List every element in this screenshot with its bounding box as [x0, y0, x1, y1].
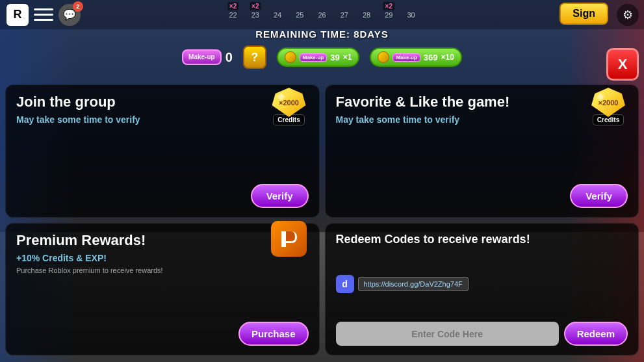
credits-amount-2: ×2000 — [599, 99, 619, 107]
coin-icon-2 — [378, 51, 389, 63]
gear-icon: ⚙ — [623, 8, 633, 22]
redeem-button[interactable]: Redeem — [564, 322, 628, 346]
counter-pill-1: Make-up 39 ×1 — [277, 47, 360, 67]
pill-mult-2: ×10 — [441, 53, 454, 62]
favorite-credits-icon: ×2000 Credits — [586, 79, 630, 125]
premium-subtitle: +10% Credits & EXP! — [16, 252, 309, 264]
premium-p-svg — [278, 228, 300, 250]
redeem-title: Redeem Codes to receive rewards! — [336, 233, 628, 246]
redeem-codes-panel: Redeem Codes to receive rewards! d https… — [325, 223, 639, 356]
chat-button[interactable]: 💬 2 — [58, 4, 81, 26]
join-credits-icon: ×2000 Credits — [267, 79, 311, 125]
join-group-title: Join the group — [16, 94, 309, 110]
premium-rewards-panel: Premium Rewards! +10% Credits & EXP! Pur… — [5, 223, 320, 356]
roblox-logo: R — [6, 4, 29, 26]
close-x-button[interactable]: X — [606, 48, 639, 81]
pill-mult-1: ×1 — [343, 53, 352, 62]
prog-num-30: 30 — [407, 11, 415, 19]
premium-icon — [267, 217, 311, 261]
join-group-text-area: Join the group May take some time to ver… — [16, 94, 309, 125]
redeem-input-row: Redeem — [336, 322, 628, 346]
counter-pill-2: Make-up 369 ×10 — [370, 47, 462, 67]
discord-link-row: d https://discord.gg/DaV2Zhg74F — [336, 275, 628, 293]
hamburger-line — [34, 19, 53, 21]
question-button[interactable]: ? — [243, 45, 266, 69]
makeup-mini-2: Make-up — [393, 53, 420, 62]
makeup-counter-item: Make-up 0 — [182, 49, 233, 65]
pill-value-2: 369 — [424, 53, 438, 62]
hamburger-button[interactable] — [34, 5, 53, 25]
progress-area: 22 23 24 25 26 27 28 29 30 — [104, 0, 540, 29]
favorite-like-panel: ×2000 Credits Favorite & Like the game! … — [325, 84, 639, 218]
remaining-time-label: REMAINING TIME: 8DAYS — [0, 29, 644, 40]
counter-bar: Make-up 0 ? Make-up 39 ×1 Make-up 369 ×1… — [0, 45, 644, 69]
credits-gem-2: ×2000 — [591, 88, 625, 117]
discord-icon: d — [336, 275, 354, 293]
pill-value-1: 39 — [330, 53, 339, 62]
makeup-value: 0 — [225, 50, 233, 65]
settings-button[interactable]: ⚙ — [617, 4, 639, 26]
code-input[interactable] — [336, 322, 559, 346]
hamburger-line — [34, 8, 53, 10]
main-content: ×2000 Credits Join the group May take so… — [5, 84, 639, 356]
credits-gem-1: ×2000 — [272, 88, 306, 117]
favorite-like-title: Favorite & Like the game! — [336, 94, 628, 110]
favorite-like-subtitle: May take some time to verify — [336, 114, 628, 125]
prog-num-25: 25 — [296, 11, 303, 19]
coin-icon-1 — [285, 51, 296, 63]
prog-num-28: 28 — [363, 11, 370, 19]
chat-badge: 2 — [73, 1, 83, 12]
prog-num-27: 27 — [341, 11, 348, 19]
progress-numbers: 22 23 24 25 26 27 28 29 30 — [229, 11, 415, 19]
credits-amount-1: ×2000 — [279, 99, 299, 107]
prog-num-24: 24 — [274, 11, 281, 19]
join-group-verify-button[interactable]: Verify — [251, 184, 309, 208]
makeup-badge: Make-up — [182, 49, 222, 65]
purchase-button[interactable]: Purchase — [238, 322, 309, 346]
join-group-panel: ×2000 Credits Join the group May take so… — [5, 84, 320, 218]
sign-button[interactable]: Sign — [560, 3, 608, 25]
join-group-subtitle: May take some time to verify — [16, 114, 309, 125]
question-icon: ? — [251, 51, 258, 64]
prog-num-26: 26 — [318, 11, 326, 19]
hamburger-line — [34, 14, 53, 16]
premium-symbol — [271, 221, 307, 257]
discord-url[interactable]: https://discord.gg/DaV2Zhg74F — [358, 277, 469, 291]
favorite-like-text-area: Favorite & Like the game! May take some … — [336, 94, 628, 125]
makeup-mini-1: Make-up — [300, 53, 327, 62]
prog-num-29: 29 — [385, 11, 393, 19]
premium-text-area: Premium Rewards! +10% Credits & EXP! Pur… — [16, 233, 309, 274]
favorite-like-verify-button[interactable]: Verify — [570, 184, 628, 208]
premium-description: Purchase Roblox premium to receive rewar… — [16, 266, 309, 274]
prog-num-23: 23 — [251, 11, 259, 19]
prog-num-22: 22 — [229, 11, 237, 19]
premium-title: Premium Rewards! — [16, 233, 309, 248]
